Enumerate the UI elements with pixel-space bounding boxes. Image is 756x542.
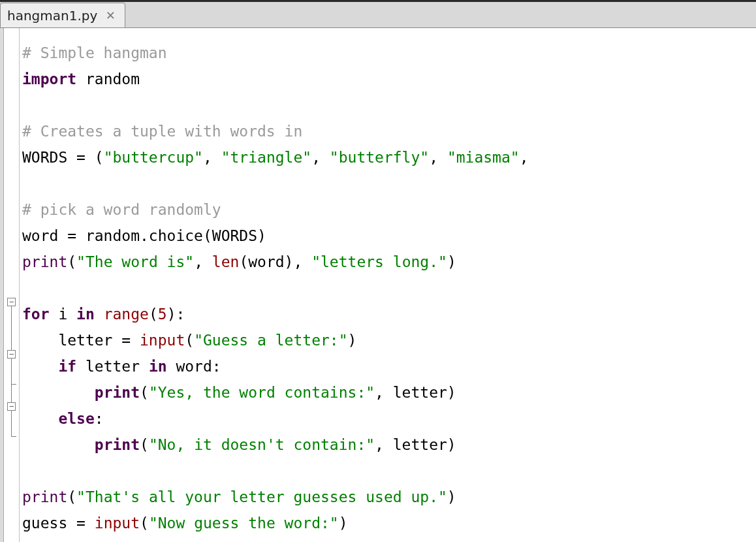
close-icon[interactable]: ✕ xyxy=(104,9,117,22)
code-text: (word), xyxy=(239,253,311,270)
code-keyword: else xyxy=(58,410,94,427)
code-text: random xyxy=(76,71,140,88)
code-text: ) xyxy=(348,332,357,349)
code-text: ( xyxy=(67,488,76,505)
code-area[interactable]: # Simple hangman import random # Creates… xyxy=(20,28,756,542)
code-func: len xyxy=(212,253,240,270)
code-text: , letter) xyxy=(375,436,456,453)
code-text: word = random.choice(WORDS) xyxy=(22,227,266,244)
code-builtin: print xyxy=(22,488,67,505)
code-text: ( xyxy=(67,253,76,270)
code-string: "triangle" xyxy=(221,149,311,166)
code-string: "That's all your letter guesses used up.… xyxy=(76,488,447,505)
tab-filename: hangman1.py xyxy=(7,8,97,24)
code-string: "Yes, the word contains:" xyxy=(149,384,375,401)
code-comment: # Creates a tuple with words in xyxy=(22,123,302,140)
code-text xyxy=(22,436,95,453)
code-comment: # Simple hangman xyxy=(22,44,167,61)
code-keyword: import xyxy=(22,71,76,88)
code-text: i xyxy=(50,306,77,323)
code-text: letter = xyxy=(22,332,140,349)
code-builtin: print xyxy=(95,436,140,453)
code-text: ( xyxy=(140,384,149,401)
code-text: ( xyxy=(149,306,158,323)
code-text: ( xyxy=(140,436,149,453)
code-text: ): xyxy=(167,306,185,323)
code-text: ( xyxy=(185,332,194,349)
code-keyword: if xyxy=(58,358,76,375)
code-string: "The word is" xyxy=(76,253,194,270)
code-text: , xyxy=(203,149,221,166)
code-text: , letter) xyxy=(375,384,456,401)
code-string: "No, it doesn't contain:" xyxy=(149,436,375,453)
code-builtin: print xyxy=(95,384,140,401)
fold-line xyxy=(11,306,12,350)
fold-toggle-icon[interactable]: − xyxy=(7,298,16,306)
code-keyword: in xyxy=(76,306,95,323)
fold-toggle-icon[interactable]: − xyxy=(7,350,16,359)
code-text: , xyxy=(194,253,212,270)
code-keyword: for xyxy=(22,306,50,323)
code-text: , xyxy=(429,149,447,166)
file-tab[interactable]: hangman1.py ✕ xyxy=(0,3,125,27)
fold-cap xyxy=(11,436,16,437)
code-string: "Guess a letter:" xyxy=(194,332,347,349)
code-text: ( xyxy=(140,515,149,532)
code-text: , xyxy=(520,149,529,166)
code-text: letter xyxy=(76,358,149,375)
tab-bar: hangman1.py ✕ xyxy=(0,2,756,28)
fold-cap xyxy=(11,384,16,385)
code-func: input xyxy=(95,515,140,532)
code-text xyxy=(22,410,58,427)
code-number: 5 xyxy=(158,306,167,323)
code-text: WORDS = ( xyxy=(22,149,104,166)
code-text: : xyxy=(95,410,104,427)
code-text xyxy=(22,384,95,401)
fold-line xyxy=(11,359,12,402)
code-string: "Now guess the word:" xyxy=(149,515,339,532)
code-string: "letters long." xyxy=(311,253,447,270)
editor: − − − # Simple hangman import random # C… xyxy=(0,28,756,542)
fold-line xyxy=(11,411,12,437)
code-text xyxy=(22,358,58,375)
code-string: "miasma" xyxy=(447,149,520,166)
code-func: input xyxy=(140,332,185,349)
code-text: ) xyxy=(447,488,456,505)
code-text xyxy=(95,306,104,323)
fold-toggle-icon[interactable]: − xyxy=(7,402,16,411)
code-text: , xyxy=(311,149,330,166)
fold-gutter: − − − xyxy=(4,28,20,542)
code-string: "buttercup" xyxy=(104,149,203,166)
code-builtin: print xyxy=(22,253,67,270)
code-text: guess = xyxy=(22,515,95,532)
code-keyword: in xyxy=(149,358,167,375)
code-string: "butterfly" xyxy=(330,149,429,166)
code-func: range xyxy=(104,306,149,323)
code-text: ) xyxy=(339,515,348,532)
code-comment: # pick a word randomly xyxy=(22,201,221,218)
code-text: word: xyxy=(167,358,221,375)
code-text: ) xyxy=(447,253,456,270)
